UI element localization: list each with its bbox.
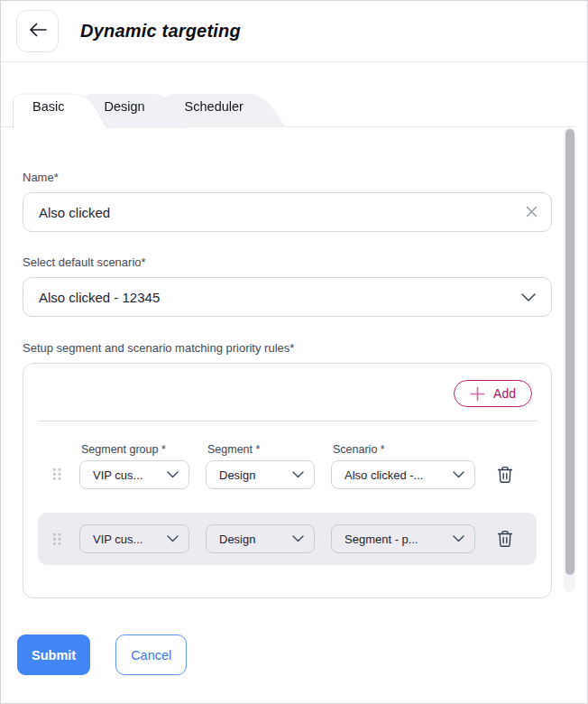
trash-icon [497, 537, 513, 551]
segment-group-select-row1[interactable]: VIP cus... [79, 460, 189, 489]
drag-handle-icon[interactable] [53, 533, 64, 545]
segment-value-row1: Design [219, 468, 255, 482]
segment-column-label: Segment * [207, 443, 331, 456]
tab-scheduler-label: Scheduler [185, 99, 243, 114]
chevron-down-icon [292, 471, 304, 478]
chevron-down-icon [453, 535, 464, 542]
scenario-select-row2[interactable]: Segment - p... [331, 524, 475, 553]
segment-column: Segment * Design [206, 443, 331, 489]
rule-row-1: Segment group * VIP cus... Segment * Des… [38, 443, 537, 489]
cancel-button[interactable]: Cancel [115, 635, 187, 675]
chevron-down-icon [453, 471, 464, 478]
panel-divider [38, 421, 537, 421]
tab-design-label: Design [104, 99, 144, 114]
segment-group-column-label: Segment group * [81, 443, 206, 456]
scenario-value-row2: Segment - p... [345, 533, 418, 546]
scrollbar[interactable] [564, 127, 575, 592]
drag-handle-icon[interactable] [53, 468, 64, 480]
segment-group-column: Segment group * VIP cus... [79, 443, 206, 489]
add-button-label: Add [493, 386, 516, 401]
scenario-value-row1: Also clicked -... [345, 468, 423, 482]
scenario-column: Scenario * Also clicked -... [331, 443, 475, 489]
segment-select-row1[interactable]: Design [206, 460, 315, 489]
tab-bar: Basic Design Scheduler [1, 85, 587, 127]
dynamic-targeting-window: Dynamic targeting Basic Design Scheduler… [0, 0, 588, 704]
header: Dynamic targeting [1, 1, 587, 62]
segment-select-row2[interactable]: Design [206, 524, 315, 553]
form-actions: Submit Cancel [17, 635, 587, 675]
segment-group-value-row2: VIP cus... [93, 533, 142, 546]
chevron-down-icon [167, 471, 179, 478]
add-row: Add [23, 364, 551, 407]
segment-group-value-row1: VIP cus... [93, 468, 142, 482]
back-button[interactable] [16, 10, 59, 52]
rules-panel: Add Segment group * VIP cus... Segment [23, 363, 552, 598]
page-title: Dynamic targeting [80, 21, 241, 42]
add-rule-button[interactable]: Add [454, 380, 532, 407]
rules-section-label: Setup segment and scenario matching prio… [23, 341, 552, 355]
chevron-down-icon [292, 535, 304, 542]
plus-icon [470, 386, 485, 402]
name-field-wrap [23, 192, 552, 232]
clear-input-icon[interactable] [526, 206, 537, 218]
name-field-label: Name* [23, 171, 552, 184]
segment-group-select-row2[interactable]: VIP cus... [79, 524, 189, 553]
scenario-column-label: Scenario * [333, 443, 475, 456]
name-input[interactable] [23, 192, 552, 232]
submit-button[interactable]: Submit [17, 635, 90, 675]
tab-basic-label: Basic [32, 99, 64, 114]
rule-row-2: VIP cus... Design Segment - p... [38, 513, 537, 565]
scenario-select-row1[interactable]: Also clicked -... [331, 460, 475, 489]
chevron-down-icon [521, 293, 536, 301]
default-scenario-value: Also clicked - 12345 [39, 290, 160, 305]
tab-basic[interactable]: Basic [13, 85, 107, 127]
delete-rule-button-row2[interactable] [497, 530, 513, 548]
delete-rule-button-row1[interactable] [497, 466, 513, 484]
trash-icon [497, 473, 513, 486]
default-scenario-label: Select default scenario* [23, 255, 552, 269]
form-scroll-area: Name* Select default scenario* Also clic… [1, 127, 587, 595]
arrow-left-icon [29, 23, 47, 40]
segment-value-row2: Design [219, 533, 255, 546]
scrollbar-thumb[interactable] [565, 129, 574, 575]
default-scenario-select[interactable]: Also clicked - 12345 [23, 277, 552, 317]
chevron-down-icon [167, 535, 179, 542]
